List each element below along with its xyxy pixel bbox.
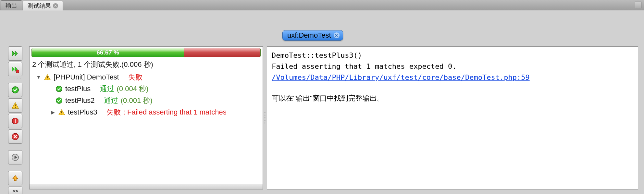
- next-failure-button[interactable]: [8, 150, 22, 164]
- more-button[interactable]: >>: [8, 187, 22, 194]
- previous-failure-button[interactable]: [8, 171, 22, 185]
- tab-results[interactable]: 测试结果 ✕: [23, 1, 63, 10]
- error-octagon-icon: [11, 117, 19, 125]
- svg-rect-3: [15, 107, 16, 108]
- inner-tab-wrap: uxf:DemoTest ✕: [282, 30, 343, 41]
- warning-triangle-icon: [44, 74, 51, 81]
- test-status: 通过: [104, 95, 118, 106]
- close-icon[interactable]: ✕: [53, 3, 58, 8]
- panel-body: uxf:DemoTest ✕ · · · · · ·: [0, 10, 644, 194]
- detail-line-method: DemoTest::testPlus3(): [272, 50, 633, 61]
- tab-output[interactable]: 输出: [1, 0, 22, 10]
- svg-rect-12: [61, 111, 62, 113]
- progress-gloss: [32, 48, 260, 52]
- svg-point-0: [16, 70, 19, 73]
- play-double-icon: [11, 50, 19, 57]
- pane-splitter[interactable]: [263, 46, 267, 189]
- chevron-down-icon[interactable]: ▼: [36, 75, 41, 80]
- test-row[interactable]: testPlus2 通过 (0.001 秒): [31, 95, 261, 106]
- check-circle-icon: [11, 86, 19, 94]
- progress-wrap: 66.67 %: [30, 47, 263, 58]
- warning-triangle-icon: [58, 109, 65, 116]
- show-errors-button[interactable]: [8, 114, 22, 128]
- maximize-button[interactable]: [635, 2, 641, 8]
- horizontal-scrollbar[interactable]: [30, 184, 263, 189]
- chevron-right-icon[interactable]: ▶: [50, 110, 56, 115]
- svg-rect-13: [61, 114, 62, 115]
- tab-output-label: 输出: [6, 2, 17, 9]
- svg-rect-8: [47, 76, 48, 78]
- test-progress-bar: 66.67 %: [31, 48, 261, 57]
- test-fail-detail: : Failed asserting that 1 matches: [123, 106, 227, 118]
- chevron-double-right-icon: >>: [12, 188, 18, 194]
- test-tree: ▼ [PHPUnit] DemoTest 失败 testPlus: [30, 71, 263, 121]
- toolbar-separator: · · · · · ·: [8, 78, 22, 81]
- toolbar-separator: · · · · · ·: [8, 166, 22, 170]
- test-summary: 2 个测试通过, 1 个测试失败.(0.006 秒): [30, 58, 263, 71]
- test-status: 失败: [106, 106, 121, 118]
- test-name: testPlus3: [68, 106, 97, 118]
- close-icon[interactable]: ✕: [334, 32, 340, 38]
- inner-tab-label: uxf:DemoTest: [287, 31, 331, 40]
- step-circle-icon: [11, 153, 19, 161]
- detail-line-message: Failed asserting that 1 matches expected…: [272, 61, 633, 72]
- show-passed-button[interactable]: [8, 83, 22, 97]
- test-detail-pane: DemoTest::testPlus3() Failed asserting t…: [267, 46, 638, 189]
- check-circle-icon: [56, 97, 63, 104]
- toolbar-separator: · · · · · ·: [8, 145, 22, 149]
- tab-bar: 输出 测试结果 ✕: [0, 0, 644, 10]
- suite-status: 失败: [128, 71, 142, 83]
- rerun-failed-button[interactable]: [8, 62, 22, 76]
- show-failed-button[interactable]: [8, 129, 22, 144]
- show-warnings-button[interactable]: [8, 98, 22, 113]
- cross-circle-icon: [11, 133, 19, 140]
- splitter-grip-icon: [264, 111, 266, 124]
- svg-rect-2: [15, 104, 16, 106]
- test-status: 通过: [100, 83, 114, 95]
- svg-rect-5: [15, 122, 16, 123]
- test-name: testPlus2: [65, 95, 95, 106]
- test-time: (0.001 秒): [121, 95, 153, 106]
- warning-triangle-icon: [11, 102, 19, 109]
- check-circle-icon: [56, 85, 63, 92]
- suite-name: [PHPUnit] DemoTest: [54, 71, 119, 83]
- inner-tab-demotest[interactable]: uxf:DemoTest ✕: [282, 30, 343, 41]
- test-results-pane: 66.67 % 2 个测试通过, 1 个测试失败.(0.006 秒) ▼ [PH…: [29, 46, 263, 189]
- svg-rect-4: [15, 119, 16, 122]
- test-time: (0.004 秒): [117, 83, 149, 95]
- tab-results-label: 测试结果: [28, 2, 51, 10]
- detail-file-link[interactable]: /Volumes/Data/PHP/Library/uxf/test/core/…: [272, 73, 530, 81]
- svg-rect-9: [47, 79, 48, 79]
- test-row[interactable]: testPlus 通过 (0.004 秒): [31, 83, 261, 95]
- test-row[interactable]: ▶ testPlus3 失败 : Failed asserting that 1…: [31, 106, 261, 118]
- detail-note: 可以在"输出"窗口中找到完整输出。: [272, 93, 633, 104]
- rerun-all-button[interactable]: [8, 46, 22, 61]
- test-suite-row[interactable]: ▼ [PHPUnit] DemoTest 失败: [31, 71, 261, 83]
- arrow-up-icon: [11, 174, 19, 182]
- content-area: 66.67 % 2 个测试通过, 1 个测试失败.(0.006 秒) ▼ [PH…: [29, 46, 638, 189]
- test-name: testPlus: [65, 83, 91, 95]
- left-toolbar: · · · · · ·: [6, 46, 25, 194]
- play-double-error-icon: [11, 65, 19, 73]
